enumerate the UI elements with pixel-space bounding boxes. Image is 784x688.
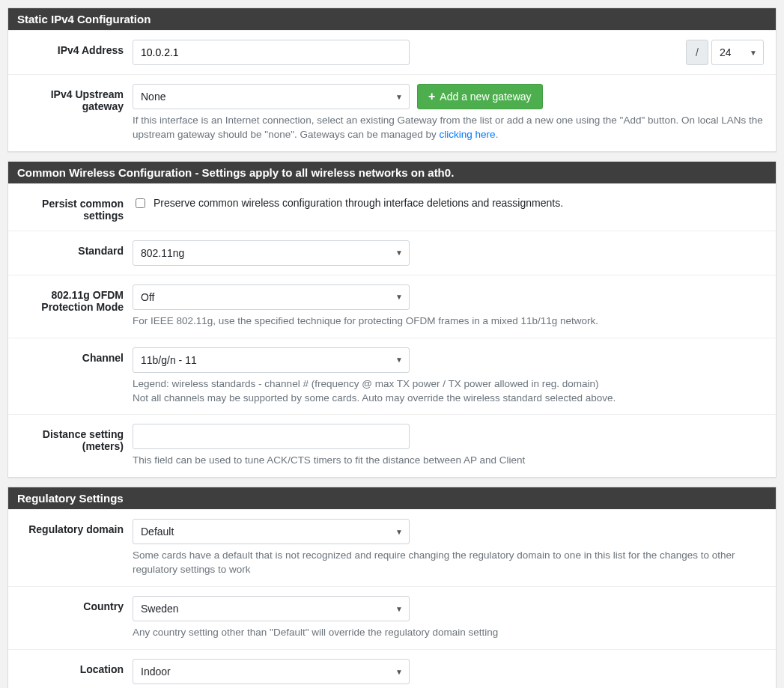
panel-regulatory: Regulatory Settings Regulatory domain De… (7, 487, 777, 688)
label-channel: Channel (20, 347, 133, 364)
label-persist: Persist common settings (20, 193, 133, 222)
panel-header-common-wireless: Common Wireless Configuration - Settings… (8, 162, 776, 183)
location-select[interactable]: Indoor (133, 659, 410, 684)
persist-checkbox[interactable] (136, 198, 145, 208)
label-protection: 802.11g OFDM Protection Mode (20, 284, 133, 313)
distance-input[interactable] (133, 424, 410, 449)
label-ipv4-gateway: IPv4 Upstream gateway (20, 84, 133, 112)
label-reg-domain: Regulatory domain (20, 519, 133, 535)
cidr-slash: / (686, 40, 708, 65)
panel-static-ipv4: Static IPv4 Configuration IPv4 Address /… (7, 7, 777, 152)
label-location: Location (20, 659, 133, 675)
ipv4-address-input[interactable] (133, 40, 410, 65)
panel-header-regulatory: Regulatory Settings (8, 487, 776, 509)
panel-header-static-ipv4: Static IPv4 Configuration (8, 8, 776, 30)
gateway-help-text: If this interface is an Internet connect… (133, 114, 764, 142)
gateway-select[interactable]: None (133, 84, 410, 109)
reg-domain-select[interactable]: Default (133, 519, 410, 544)
persist-checkbox-label[interactable]: Preserve common wireless configuration t… (133, 193, 764, 210)
plus-icon: + (428, 91, 435, 103)
protection-help: For IEEE 802.11g, use the specified tech… (133, 314, 764, 329)
country-help: Any country setting other than "Default"… (133, 626, 764, 640)
cidr-select[interactable]: 24 (711, 40, 764, 65)
label-standard: Standard (20, 240, 133, 257)
channel-help: Legend: wireless standards - channel # (… (133, 377, 764, 406)
country-select[interactable]: Sweden (133, 596, 410, 621)
reg-domain-help: Some cards have a default that is not re… (133, 549, 764, 577)
clicking-here-link[interactable]: clicking here (440, 129, 496, 140)
distance-help: This field can be used to tune ACK/CTS t… (133, 454, 764, 468)
add-gateway-button[interactable]: + Add a new gateway (417, 84, 543, 109)
protection-select[interactable]: Off (133, 284, 410, 310)
standard-select[interactable]: 802.11ng (133, 240, 410, 266)
label-ipv4-address: IPv4 Address (20, 40, 133, 56)
channel-select[interactable]: 11b/g/n - 11 (133, 347, 410, 373)
label-distance: Distance setting (meters) (20, 424, 133, 452)
panel-common-wireless: Common Wireless Configuration - Settings… (7, 161, 777, 478)
label-country: Country (20, 596, 133, 612)
